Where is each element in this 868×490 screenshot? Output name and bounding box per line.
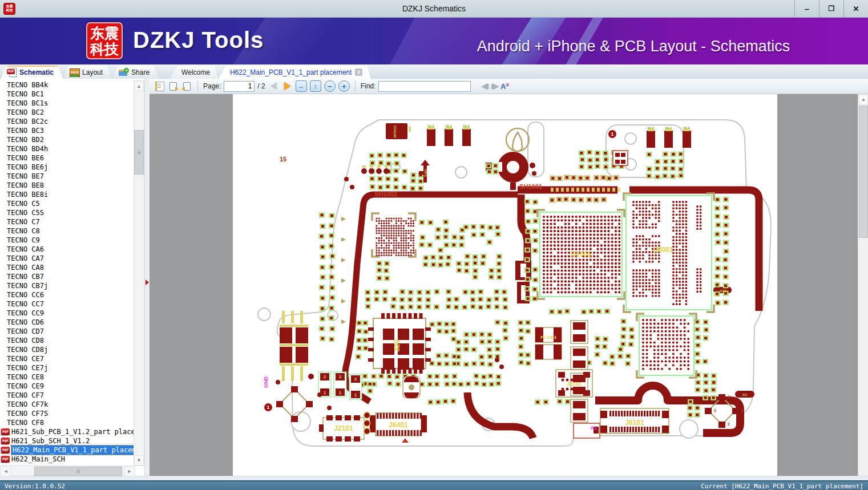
single-page-icon[interactable] [154, 81, 165, 92]
list-item[interactable]: TECNO BE8i [0, 190, 135, 199]
pcb-label: J2101 [334, 424, 353, 432]
list-item-pdf[interactable]: PDFH622_Main_SCH [0, 455, 135, 464]
list-item[interactable]: TECNO CC6 [0, 290, 135, 299]
scroll-right-icon[interactable]: ► [124, 467, 135, 476]
scroll-left-icon[interactable]: ◄ [1, 467, 11, 476]
list-item[interactable]: TECNO CE8 [0, 372, 135, 382]
sidebar-horizontal-scrollbar[interactable]: ◄ ||| ► [0, 465, 135, 476]
list-item[interactable]: TECNO BE6 [0, 153, 135, 163]
pcb-label: HI 4 [427, 124, 434, 128]
viewer-scroll-up-icon[interactable]: ▲ [859, 95, 868, 105]
splitter-collapse-icon[interactable] [146, 280, 149, 285]
pdf-icon: PDF [1, 438, 10, 444]
pdf-icon: PDF [1, 428, 10, 435]
list-item[interactable]: TECNO CE7 [0, 354, 135, 363]
scroll-down-icon[interactable]: ▼ [134, 455, 144, 465]
list-item-pdf[interactable]: PDFH621_Sub_SCH_1_V1.2 [0, 436, 135, 446]
doc-tab-close-icon[interactable]: x [355, 68, 362, 76]
list-item[interactable]: TECNO CC7 [0, 299, 135, 309]
list-item[interactable]: TECNO BE8 [0, 181, 135, 190]
sidebar-splitter[interactable] [144, 79, 150, 476]
list-item-pdf[interactable]: PDFH622_Main_PCB_V1_1_part placement [0, 446, 135, 455]
list-item[interactable]: TECNO CC9 [0, 309, 135, 318]
list-item[interactable]: TECNO CF7k [0, 400, 135, 409]
pcb-viewer[interactable]: 21212141231115SH1002SH1001GNDA1J2101J640… [150, 94, 868, 476]
zoom-in-icon[interactable]: + [338, 80, 350, 92]
doc-tab-h622-label: H622_Main_PCB_V1_1_part placement [230, 68, 352, 76]
svg-text:2: 2 [354, 376, 357, 382]
list-item[interactable]: TECNO CB7j [0, 281, 135, 290]
list-item[interactable]: TECNO CD6 [0, 318, 135, 327]
pdf-icon: PDF [1, 456, 10, 463]
sidebar-vertical-scrollbar[interactable]: ▲ ☰ ▼ [134, 80, 144, 466]
list-item-pdf[interactable]: PDFH621_Sub_PCB_1_V1.2_part placement [0, 427, 135, 436]
tab-layout[interactable]: PADS Layout [64, 66, 112, 79]
match-case-icon[interactable]: Aa [500, 82, 508, 91]
doc-tab-welcome[interactable]: Welcome [170, 66, 218, 79]
find-next-icon[interactable]: ▮▶ [491, 82, 498, 90]
tab-schematic-label: Schematic [19, 68, 54, 76]
list-item[interactable]: TECNO CB7 [0, 272, 135, 281]
current-document-label: Current [H622_Main_PCB_V1_1_part placeme… [701, 483, 863, 490]
list-item[interactable]: TECNO CA8 [0, 263, 135, 272]
next-view-icon[interactable] [168, 81, 179, 92]
list-item[interactable]: TECNO CE7j [0, 363, 135, 372]
list-item[interactable]: TECNO CA6 [0, 245, 135, 254]
list-item[interactable]: TECNO C5S [0, 208, 135, 217]
list-item[interactable]: TECNO C8 [0, 226, 135, 236]
fit-page-icon[interactable]: ↕ [310, 80, 321, 92]
next-page-icon[interactable] [282, 81, 293, 92]
page-number-input[interactable] [224, 81, 255, 92]
list-item[interactable]: TECNO BE6j [0, 163, 135, 172]
list-item[interactable]: TECNO CF8 [0, 418, 135, 427]
tab-schematic[interactable]: PDF Schematic [1, 66, 63, 79]
list-item[interactable]: TECNO BC2 [0, 108, 135, 117]
list-item[interactable]: TECNO CD8j [0, 345, 135, 354]
list-item[interactable]: TECNO C7 [0, 217, 135, 226]
banner-slogan: Android + iPhone & PCB Layout - Schemati… [457, 38, 810, 55]
doc-tab-h622[interactable]: H622_Main_PCB_V1_1_part placement x [219, 66, 370, 79]
list-item[interactable]: TECNO BB4k [0, 80, 135, 90]
find-label: Find: [361, 82, 376, 90]
svg-text:1: 1 [611, 131, 613, 137]
zoom-out-icon[interactable]: − [324, 80, 336, 92]
list-item[interactable]: TECNO CF7S [0, 409, 135, 418]
list-item[interactable]: TECNO BC3 [0, 126, 135, 135]
sidebar-vscroll-thumb[interactable]: ☰ [134, 130, 144, 175]
viewer-vscroll-thumb[interactable] [859, 106, 868, 238]
list-item[interactable]: TECNO BC2c [0, 117, 135, 126]
tab-share[interactable]: + Share [113, 66, 159, 79]
list-item[interactable]: TECNO CD8 [0, 336, 135, 345]
sidebar-hscroll-thumb[interactable]: ||| [34, 467, 122, 476]
previous-page-icon[interactable] [268, 81, 279, 92]
list-item[interactable]: TECNO C9 [0, 236, 135, 245]
toolbar-separator [355, 81, 356, 91]
pcb-label: PL1303 [540, 335, 557, 340]
list-item[interactable]: TECNO BD4h [0, 144, 135, 153]
header-banner: 东震 科技 DZKJ Tools Android + iPhone & PCB … [0, 18, 868, 64]
scroll-up-icon[interactable]: ▲ [134, 81, 144, 91]
list-item[interactable]: TECNO BC1s [0, 99, 135, 108]
list-item[interactable]: TECNO CA7 [0, 254, 135, 263]
svg-text:1: 1 [324, 390, 326, 395]
fit-width-icon[interactable]: ↔ [296, 80, 307, 92]
previous-view-icon[interactable] [181, 81, 192, 92]
list-item[interactable]: TECNO CD7 [0, 327, 135, 336]
list-item[interactable]: TECNO BE7 [0, 172, 135, 181]
list-item[interactable]: TECNO BD2 [0, 135, 135, 144]
viewer-toolbar: Page: / 2 ↔ ↕ − + Find: ◀▮ ▮▶ Aa [150, 79, 868, 94]
pcb-label: HI 4 [683, 126, 690, 129]
list-item[interactable]: TECNO BC1 [0, 90, 135, 99]
sidebar: TECNO BB4kTECNO BC1TECNO BC1sTECNO BC2TE… [0, 79, 150, 476]
tab-share-label: Share [131, 68, 150, 76]
svg-text:3: 3 [714, 408, 716, 412]
list-item[interactable]: TECNO CE9 [0, 382, 135, 391]
viewer-vertical-scrollbar[interactable]: ▲ [858, 94, 868, 476]
pcb-label: J6102 [567, 381, 581, 387]
document-pane: Page: / 2 ↔ ↕ − + Find: ◀▮ ▮▶ Aa 2121214… [150, 79, 868, 476]
list-item[interactable]: TECNO C5 [0, 199, 135, 208]
pcb-placement-drawing[interactable]: 21212141231115SH1002SH1001GNDA1J2101J640… [233, 94, 777, 476]
find-input[interactable] [378, 81, 471, 92]
list-item[interactable]: TECNO CF7 [0, 391, 135, 400]
find-previous-icon[interactable]: ◀▮ [481, 82, 488, 90]
